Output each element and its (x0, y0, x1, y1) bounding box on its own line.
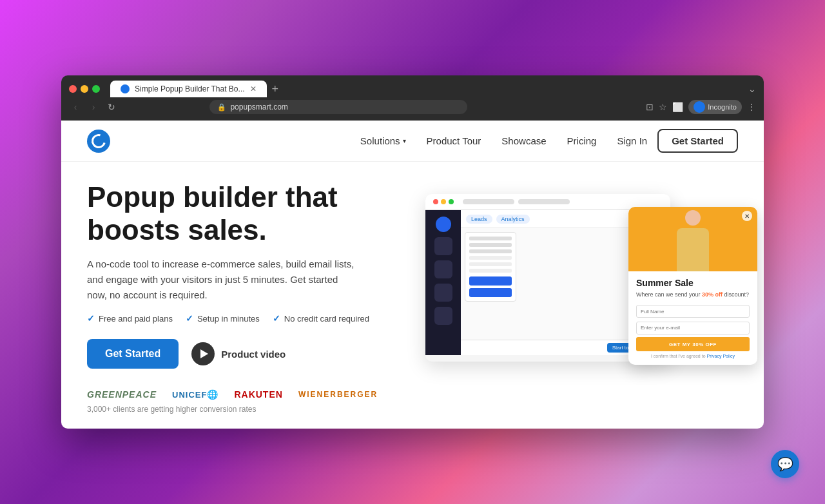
popup-close-button[interactable]: ✕ (742, 211, 752, 221)
profile-name: Incognito (708, 103, 737, 111)
unicef-logo: unicef🌐 (172, 389, 218, 400)
lock-icon: 🔒 (217, 103, 226, 111)
popup-cta-button[interactable]: GET MY 30% OFF (636, 337, 750, 351)
tab-bar: Simple Popup Builder That Bo... ✕ + ⌄ (61, 75, 764, 97)
bookmark-icon[interactable]: ☆ (659, 102, 667, 112)
person-head (685, 210, 701, 226)
logo-circle (87, 130, 110, 153)
privacy-policy-link[interactable]: Privacy Policy (706, 354, 735, 358)
dot-yellow (441, 199, 446, 204)
minimize-window-button[interactable] (81, 85, 88, 93)
check-icon-1: ✓ (87, 313, 95, 324)
play-triangle-icon (200, 349, 208, 358)
popup-title: Summer Sale (636, 278, 750, 288)
sign-in-button[interactable]: Sign In (617, 135, 647, 146)
sidebar-icon-1 (436, 217, 451, 232)
back-button[interactable]: ‹ (69, 102, 82, 112)
feature-item-1: ✓ Free and paid plans (87, 313, 173, 324)
traffic-lights (69, 85, 100, 93)
product-video-button[interactable]: Product video (191, 342, 286, 365)
rakuten-logo: Rakuten (234, 389, 282, 400)
dot-red (433, 199, 438, 204)
popup-email-input[interactable] (636, 322, 750, 334)
maximize-window-button[interactable] (92, 85, 100, 93)
reload-button[interactable]: ↻ (105, 102, 118, 112)
logo-inner (89, 131, 108, 150)
window-dots (433, 199, 454, 204)
app-sidebar (425, 210, 461, 355)
navigation: Solutions ▾ Product Tour Showcase Pricin… (61, 121, 764, 162)
tab-favicon (121, 84, 130, 93)
check-icon-3: ✓ (273, 313, 280, 324)
popup-overlay: ✕ Summer Sale Where can we send your 30%… (628, 207, 757, 365)
popup-image: ✕ (628, 207, 757, 271)
tab-close-button[interactable]: ✕ (250, 84, 257, 93)
features-list: ✓ Free and paid plans ✓ Setup in minutes… (87, 313, 400, 324)
video-label: Product video (221, 349, 286, 360)
sidebar-icon-2 (434, 237, 452, 255)
popup-name-input[interactable] (636, 305, 750, 318)
sidebar-icon-4 (434, 284, 452, 302)
logo[interactable] (87, 130, 110, 153)
sidebar-icon-3 (434, 260, 452, 278)
play-button-icon (191, 342, 215, 365)
nav-links: Solutions ▾ Product Tour Showcase Pricin… (360, 135, 597, 146)
url-bar[interactable]: 🔒 popupsmart.com (209, 100, 467, 114)
forward-button[interactable]: › (87, 102, 100, 112)
popup-description: Where can we send your 30% off discount? (636, 291, 750, 299)
hero-left: Popup builder that boosts sales. A no-co… (87, 181, 400, 416)
nav-showcase[interactable]: Showcase (501, 135, 546, 146)
form-panel (465, 232, 516, 302)
feature-label-3: No credit card required (284, 314, 369, 324)
avatar (694, 101, 705, 113)
chat-icon: 💬 (777, 456, 793, 472)
new-tab-button[interactable]: + (272, 82, 279, 96)
toolbar-pill-1: Leads (466, 215, 492, 224)
person-silhouette (670, 210, 715, 271)
get-started-nav-button[interactable]: Get Started (657, 129, 738, 153)
wienerberger-logo: wienerberger (298, 390, 378, 399)
browser-window: Simple Popup Builder That Bo... ✕ + ⌄ ‹ … (61, 75, 764, 429)
nav-product-tour[interactable]: Product Tour (427, 135, 481, 146)
close-window-button[interactable] (69, 85, 77, 93)
address-bar-row: ‹ › ↻ 🔒 popupsmart.com ⊡ ☆ ⬜ Incognito ⋮ (61, 97, 764, 119)
clients-text: 3,000+ clients are getting higher conver… (87, 405, 400, 414)
feature-label-2: Setup in minutes (197, 314, 260, 324)
tab-title: Simple Popup Builder That Bo... (135, 84, 245, 93)
greenpeace-logo: GREENPEACE (87, 389, 157, 400)
chevron-down-icon: ▾ (403, 137, 406, 144)
extensions-icon[interactable]: ⬜ (672, 102, 683, 112)
popup-privacy-text: I confirm that I've agreed to Privacy Po… (636, 354, 750, 358)
profile-badge[interactable]: Incognito (688, 100, 742, 114)
tab-menu-button[interactable]: ⌄ (748, 84, 756, 94)
feature-label-1: Free and paid plans (99, 314, 173, 324)
active-tab[interactable]: Simple Popup Builder That Bo... ✕ (110, 81, 267, 97)
url-text: popupsmart.com (230, 102, 287, 111)
sidebar-icon-5 (434, 307, 452, 325)
popup-content: Summer Sale Where can we send your 30% o… (628, 271, 757, 365)
dot-green (449, 199, 454, 204)
hero-subtitle: A no-code tool to increase e-commerce sa… (87, 257, 358, 303)
menu-icon[interactable]: ⋮ (747, 102, 756, 112)
nav-pricing[interactable]: Pricing (567, 135, 597, 146)
hero-title: Popup builder that boosts sales. (87, 181, 400, 246)
check-icon-2: ✓ (186, 313, 193, 324)
feature-item-3: ✓ No credit card required (273, 313, 369, 324)
brand-logos: GREENPEACE unicef🌐 Rakuten wienerberger (87, 389, 400, 400)
nav-actions: Sign In Get Started (617, 129, 738, 153)
browser-chrome: Simple Popup Builder That Bo... ✕ + ⌄ ‹ … (61, 75, 764, 121)
hero-section: Popup builder that boosts sales. A no-co… (61, 162, 764, 429)
browser-right-icons: ⊡ ☆ ⬜ Incognito ⋮ (646, 100, 756, 114)
get-started-hero-button[interactable]: Get Started (87, 339, 179, 369)
person-body (677, 228, 709, 271)
feature-item-2: ✓ Setup in minutes (186, 313, 260, 324)
website-content: Solutions ▾ Product Tour Showcase Pricin… (61, 121, 764, 429)
chat-bubble-button[interactable]: 💬 (771, 450, 799, 478)
hero-actions: Get Started Product video (87, 339, 400, 369)
cast-icon[interactable]: ⊡ (646, 102, 654, 112)
toolbar-pill-2: Analytics (496, 215, 530, 224)
hero-right: Leads Analytics (425, 181, 738, 416)
nav-solutions[interactable]: Solutions ▾ (360, 135, 406, 146)
